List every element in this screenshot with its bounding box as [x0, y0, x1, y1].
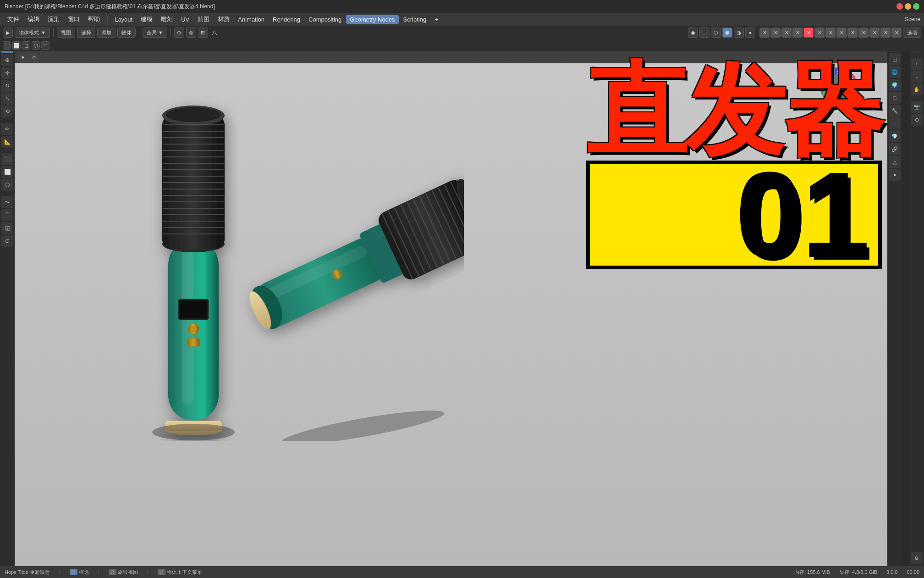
physics-icon[interactable]: 💎: [889, 130, 901, 142]
knife-tool[interactable]: ⬡: [1, 179, 13, 191]
navigation-gizmo[interactable]: X Y Z -X -Y -Z: [818, 65, 859, 106]
vp-toggle-8[interactable]: ✕: [836, 28, 847, 38]
measure-tool[interactable]: 📐: [1, 136, 13, 148]
viewport[interactable]: ▼ ⊙ X Y Z -X -Y -Z 直发器: [15, 51, 909, 566]
right-edge-panel: ⊞ N + - ✋ 📷 ⊙ ⚙: [909, 26, 924, 566]
close-btn[interactable]: [896, 3, 903, 10]
workspace-sculpt[interactable]: 雕刻: [157, 14, 176, 24]
window-controls[interactable]: [896, 3, 919, 10]
workspace-texture-paint[interactable]: 贴图: [194, 14, 213, 24]
snap-icon[interactable]: ⊙: [174, 28, 184, 38]
shading-material[interactable]: ◑: [734, 28, 744, 38]
scene-props-icon[interactable]: 🌐: [889, 66, 901, 78]
add-cube-tool[interactable]: ⬛: [1, 153, 13, 165]
workspace-layout[interactable]: Layout: [111, 15, 136, 24]
shading-solid[interactable]: ⬢: [722, 28, 732, 38]
workspace-geometry-nodes[interactable]: Geometry Nodes: [346, 15, 398, 24]
object-data-icon[interactable]: △: [889, 156, 901, 168]
menu-file[interactable]: 文件: [4, 14, 23, 24]
add-menu[interactable]: 添加: [97, 28, 116, 38]
vp-toggle-9[interactable]: ✕: [847, 28, 858, 38]
scale-tool[interactable]: ⤡: [1, 93, 13, 105]
tb2-icon-2[interactable]: ⬜: [12, 41, 21, 50]
vp-toggle-6[interactable]: ✕: [814, 28, 825, 38]
view-menu[interactable]: 视图: [57, 28, 75, 38]
menu-help[interactable]: 帮助: [84, 14, 104, 24]
tb2-icon-5[interactable]: □: [41, 41, 50, 50]
vp-toggle-4[interactable]: ✕: [792, 28, 803, 38]
vp-view-icon[interactable]: ⊙: [29, 53, 38, 62]
vp-toggle-12[interactable]: ✕: [880, 28, 891, 38]
view-all[interactable]: ⊙: [911, 114, 923, 126]
vp-toggle-5[interactable]: ✕: [803, 28, 814, 38]
time-status: 00:00: [907, 569, 919, 575]
world-props-icon[interactable]: 🌍: [889, 79, 901, 91]
workspace-animation[interactable]: Animation: [234, 15, 268, 24]
xray-icon[interactable]: ☐: [699, 28, 710, 38]
shading-render[interactable]: ●: [745, 28, 755, 38]
modifier-props-icon[interactable]: 🔧: [889, 105, 901, 117]
preferences-icon[interactable]: ⚙: [911, 552, 923, 564]
status-sep-3: |: [147, 569, 148, 575]
workspace-material[interactable]: 材质: [214, 14, 233, 24]
tb2-icon-4[interactable]: ⬡: [32, 41, 40, 50]
transform-space[interactable]: 全局 ▼: [143, 28, 167, 38]
cursor-tool-left[interactable]: ⊕: [1, 54, 13, 66]
vp-toggle-11[interactable]: ✕: [869, 28, 880, 38]
workspace-scripting[interactable]: Scripting: [400, 15, 430, 24]
extra-tool-3[interactable]: ◱: [1, 222, 13, 234]
workspace-rendering[interactable]: Rendering: [269, 15, 304, 24]
maximize-btn[interactable]: [913, 3, 919, 10]
menu-window[interactable]: 窗口: [64, 14, 83, 24]
object-menu[interactable]: 物体: [117, 28, 136, 38]
move-tool[interactable]: ✛: [1, 67, 13, 79]
menu-render[interactable]: 渲染: [44, 14, 63, 24]
vp-toggle-13[interactable]: ✕: [891, 28, 902, 38]
grid-icon[interactable]: ⊞: [198, 28, 208, 38]
svg-text:-Y: -Y: [825, 93, 828, 96]
minimize-btn[interactable]: [905, 3, 911, 10]
transform-tool[interactable]: ⟲: [1, 106, 13, 117]
particles-icon[interactable]: ⁘: [889, 117, 901, 129]
select-btn[interactable]: 选项: [903, 28, 921, 38]
select-menu[interactable]: 选择: [77, 28, 95, 38]
mode-selector[interactable]: 物体模式 ▼: [15, 28, 50, 38]
grab-cursor[interactable]: ✋: [911, 83, 923, 95]
zoom-in[interactable]: +: [911, 58, 923, 70]
pie-status: ⬡ 框选: [70, 569, 89, 576]
constraints-icon[interactable]: 🔗: [889, 143, 901, 155]
vp-menu-icon[interactable]: ▼: [18, 53, 28, 62]
extra-tool-1[interactable]: 〜: [1, 196, 13, 208]
material-icon[interactable]: ●: [889, 169, 901, 181]
rotate-tool[interactable]: ↻: [1, 80, 13, 92]
extra-tool-4[interactable]: ⊙: [1, 235, 13, 247]
camera-view[interactable]: 📷: [911, 101, 923, 113]
separator-1: [53, 28, 54, 37]
zoom-out[interactable]: -: [911, 71, 923, 83]
svg-rect-26: [162, 116, 225, 249]
cursor-tool[interactable]: ▶: [3, 28, 13, 38]
vp-toggle-7[interactable]: ✕: [825, 28, 836, 38]
view-layer-props-icon[interactable]: ◱: [889, 53, 901, 65]
bevel-tool[interactable]: ⬜: [1, 166, 13, 178]
annotate-tool[interactable]: ✏: [1, 123, 13, 135]
shading-wire[interactable]: ⬡: [711, 28, 721, 38]
tb2-icon-1[interactable]: ⬛: [3, 41, 11, 50]
workspace-modeling[interactable]: 建模: [137, 14, 156, 24]
object-props-icon[interactable]: □: [889, 92, 901, 104]
extra-tool-2[interactable]: ⌒: [1, 209, 13, 221]
svg-point-80: [280, 404, 446, 441]
rotate-status: ⬡ 旋转视图: [109, 569, 138, 576]
vp-toggle-3[interactable]: ✕: [781, 28, 792, 38]
proportional-icon[interactable]: ◎: [186, 28, 196, 38]
workspace-add[interactable]: +: [431, 15, 442, 24]
tb2-icon-3[interactable]: ◻: [22, 41, 30, 50]
overlay-icon[interactable]: ◉: [688, 28, 698, 38]
scene-label: Scene: [905, 16, 920, 22]
menu-edit[interactable]: 编辑: [24, 14, 43, 24]
workspace-uv[interactable]: UV: [177, 15, 193, 24]
vp-toggle-10[interactable]: ✕: [858, 28, 869, 38]
workspace-compositing[interactable]: Compositing: [305, 15, 345, 24]
vp-toggle-1[interactable]: ✕: [759, 28, 770, 38]
vp-toggle-2[interactable]: ✕: [770, 28, 781, 38]
